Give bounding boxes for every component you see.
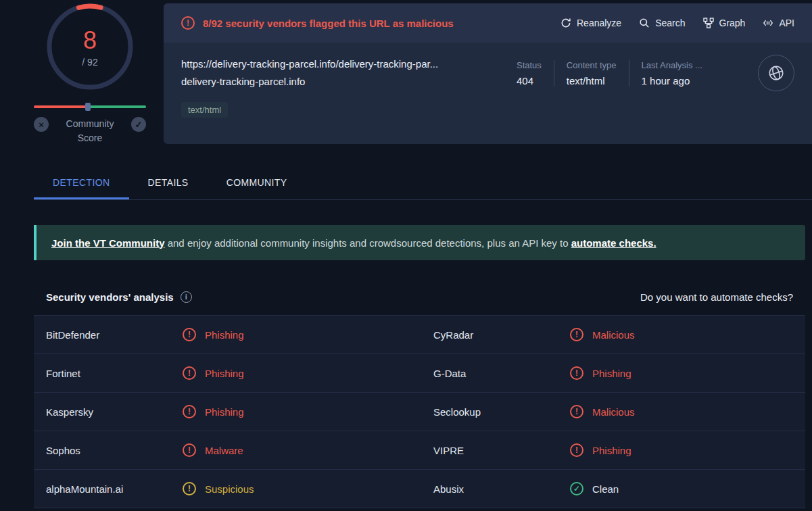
table-row: Kaspersky Phishing Seclookup Malicious: [34, 393, 805, 431]
vendor-verdict: Phishing: [570, 366, 805, 380]
score-value: 8: [83, 28, 97, 53]
vendor-verdict: Phishing: [183, 366, 433, 380]
refresh-icon: [560, 18, 571, 28]
vendors-table: BitDefender Phishing CyRadar Malicious F…: [34, 315, 805, 508]
url-meta: Status 404 Content type text/html Last A…: [504, 60, 715, 87]
table-row: Sophos Malware VIPRE Phishing: [34, 431, 805, 470]
verdict-icon: [570, 443, 583, 457]
vendor-verdict: Phishing: [183, 328, 433, 341]
tab-detection[interactable]: DETECTION: [34, 167, 129, 199]
content-type-tag[interactable]: text/html: [181, 102, 228, 118]
check-circle-icon: ✓: [131, 117, 146, 132]
banner-text: and enjoy additional community insights …: [165, 237, 571, 249]
vendor-verdict: Malicious: [570, 328, 805, 341]
automate-checks-banner-link[interactable]: automate checks.: [571, 237, 656, 249]
tab-community[interactable]: COMMUNITY: [208, 167, 306, 199]
vendor-verdict: Suspicious: [183, 482, 433, 495]
verdict-icon: [183, 405, 196, 418]
community-score-slider: [34, 105, 146, 108]
x-circle-icon: ×: [34, 117, 49, 132]
verdict-icon: [183, 443, 196, 457]
vendor-verdict: Clean: [570, 482, 805, 495]
search-button[interactable]: Search: [639, 18, 685, 28]
vendor-name: Seclookup: [433, 406, 570, 418]
vendor-verdict: Malicious: [570, 405, 805, 418]
vendor-name: Abusix: [433, 483, 570, 495]
url-report-header: ! 8/92 security vendors flagged this URL…: [164, 3, 812, 144]
join-vt-community-link[interactable]: Join the VT Community: [51, 237, 165, 249]
alert-bar: ! 8/92 security vendors flagged this URL…: [164, 3, 812, 43]
community-score-label: Community Score: [57, 117, 122, 145]
alert-text: 8/92 security vendors flagged this URL a…: [203, 18, 454, 29]
verdict-icon: [183, 366, 196, 380]
analysis-header: Security vendors' analysis i Do you want…: [34, 287, 805, 307]
info-icon[interactable]: i: [181, 291, 192, 303]
meta-content-type: Content type text/html: [554, 60, 629, 87]
detection-score-gauge: 8 / 92: [45, 1, 135, 92]
table-row: Fortinet Phishing G-Data Phishing: [34, 354, 805, 393]
meta-last-analysis: Last Analysis ... 1 hour ago: [629, 60, 715, 87]
reanalyze-button[interactable]: Reanalyze: [560, 18, 621, 28]
community-score-widget: 8 / 92 × Community Score ✓: [34, 1, 146, 145]
graph-icon: [703, 18, 714, 28]
vendor-verdict: Malware: [183, 443, 433, 457]
meta-status: Status 404: [504, 60, 554, 87]
vendor-name: VIPRE: [433, 445, 570, 456]
verdict-icon: [570, 482, 583, 495]
vendor-name: Fortinet: [46, 368, 183, 379]
vendor-verdict: Phishing: [570, 443, 805, 457]
vendor-name: Sophos: [46, 445, 183, 456]
community-banner: Join the VT Community and enjoy addition…: [34, 225, 805, 260]
tab-details[interactable]: DETAILS: [129, 167, 208, 199]
vendor-name: Kaspersky: [46, 406, 183, 418]
header-actions: Reanalyze Search Graph: [560, 18, 794, 28]
api-button[interactable]: API: [763, 18, 794, 28]
vendor-verdict: Phishing: [183, 405, 433, 418]
community-score-marker: [85, 103, 91, 111]
table-row: alphaMountain.ai Suspicious Abusix Clean: [34, 470, 805, 508]
vendor-name: CyRadar: [433, 329, 570, 341]
table-row: BitDefender Phishing CyRadar Malicious: [34, 316, 805, 354]
vendor-name: BitDefender: [46, 329, 183, 341]
vendor-name: G-Data: [433, 368, 570, 379]
alert-circle-icon: !: [181, 16, 195, 30]
analyzed-url: https://delivery-tracking-parcel.info/de…: [181, 55, 502, 91]
api-icon: [763, 18, 773, 28]
tab-bar: DETECTION DETAILS COMMUNITY: [34, 167, 812, 200]
similar-urls-button[interactable]: [758, 55, 794, 91]
verdict-icon: [183, 482, 196, 495]
search-icon: [639, 18, 650, 28]
verdict-icon: [570, 405, 583, 418]
graph-button[interactable]: Graph: [703, 18, 746, 28]
globe-icon: [765, 62, 788, 84]
analysis-title: Security vendors' analysis: [46, 291, 174, 303]
verdict-icon: [570, 366, 583, 380]
automate-checks-link[interactable]: Do you want to automate checks?: [640, 291, 793, 303]
verdict-icon: [183, 328, 196, 341]
score-total: / 92: [82, 57, 97, 68]
vendor-name: alphaMountain.ai: [46, 483, 183, 495]
verdict-icon: [570, 328, 583, 341]
